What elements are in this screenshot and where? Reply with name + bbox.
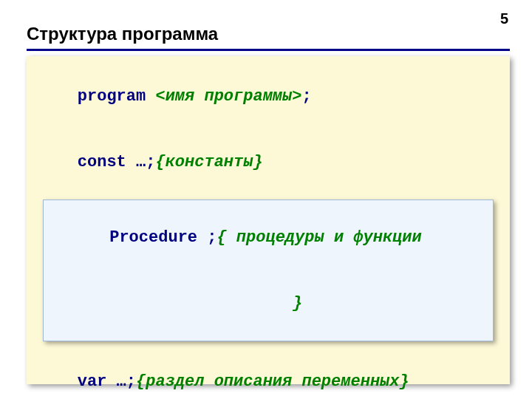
keyword-procedure: Procedure ;	[109, 228, 216, 247]
page-number: 5	[500, 10, 508, 27]
code-block: program <имя программы>; const …;{конста…	[27, 56, 510, 384]
comment-procedures-2: }	[293, 294, 302, 313]
comment-procedures-1: { процедуры и функции	[216, 228, 421, 247]
comment-variables: {раздел описания переменных}	[136, 372, 409, 391]
placeholder-program-name: <имя программы>	[155, 87, 301, 106]
keyword-var: var …;	[78, 372, 136, 391]
line-var: var …;{раздел описания переменных}	[38, 349, 498, 399]
line-const: const …;{константы}	[38, 129, 498, 195]
keyword-program: program	[78, 87, 146, 106]
slide-title: Структура программа	[27, 24, 218, 44]
keyword-const: const …;	[78, 153, 156, 171]
procedure-callout: Procedure ;{ процедуры и функции }	[43, 200, 494, 341]
comment-constants: {константы}	[155, 153, 262, 171]
semicolon: ;	[301, 87, 311, 106]
title-underline	[27, 49, 510, 51]
line-program: program <имя программы>;	[38, 64, 498, 129]
